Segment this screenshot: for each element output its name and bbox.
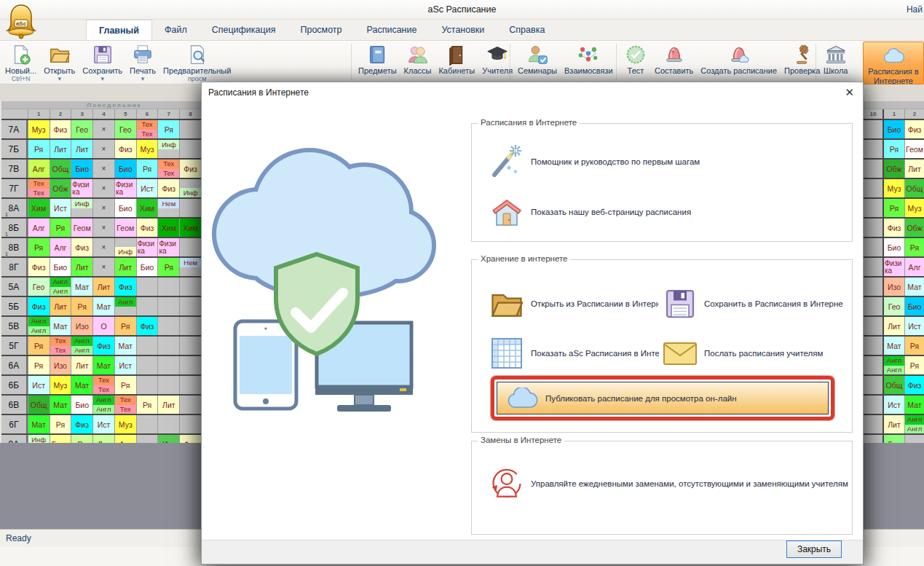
timetable-cell[interactable]: Гео	[882, 435, 904, 443]
timetable-cell[interactable]	[179, 317, 201, 335]
timetable-cell[interactable]: Био	[114, 199, 136, 217]
timetable-cell[interactable]	[864, 337, 882, 355]
timetable-cell[interactable]: Био	[114, 160, 136, 178]
open-button[interactable]: Открыть▾	[40, 42, 79, 84]
timetable-cell[interactable]	[864, 140, 882, 158]
timetable-cell[interactable]	[157, 337, 179, 355]
timetable-cell[interactable]: Изо	[882, 278, 904, 296]
timetable-cell[interactable]: Инф	[71, 199, 92, 217]
seminars-button[interactable]: Семинары	[514, 42, 561, 84]
timetable-cell[interactable]: Лит	[904, 160, 924, 178]
timetable-cell[interactable]: Ря	[114, 376, 136, 394]
timetable-cell[interactable]: Лит	[50, 297, 71, 315]
timetable-cell[interactable]: Хим	[157, 219, 179, 237]
timetable-cell[interactable]	[157, 297, 179, 315]
timetable-cell[interactable]: АнглАнгл	[904, 415, 924, 433]
classrooms-button[interactable]: Кабинеты	[435, 42, 478, 84]
timetable-cell[interactable]: Био	[71, 396, 92, 414]
timetable-cell[interactable]: ТехТех	[136, 120, 158, 138]
timetable-cell[interactable]	[179, 376, 201, 394]
timetable-cell[interactable]: Обж	[50, 179, 71, 197]
timetable-cell[interactable]: Физ	[136, 317, 158, 335]
timetable-cell[interactable]: Физика	[71, 179, 92, 197]
timetable-cell[interactable]: Физ	[114, 278, 136, 296]
timetable-cell[interactable]: Био	[136, 258, 158, 276]
timetable-cell[interactable]: Ист	[114, 356, 136, 374]
open-from-internet-item[interactable]: Открыть из Расписании в Интерне	[489, 286, 659, 321]
timetable-cell[interactable]: Ря	[136, 160, 158, 178]
timetable-cell[interactable]: Мат	[114, 337, 136, 355]
timetable-cell[interactable]	[864, 396, 882, 414]
row-label[interactable]: 6В	[1, 396, 28, 414]
timetable-cell[interactable]: Мат	[92, 356, 114, 374]
timetable-cell[interactable]: Мат	[50, 396, 71, 414]
row-label[interactable]: 9А	[1, 435, 28, 443]
row-label[interactable]: 7А	[1, 120, 28, 138]
row-label[interactable]: 6Б	[1, 376, 28, 394]
timetable-cell[interactable]: Алг	[28, 160, 50, 178]
create-schedule-button[interactable]: Создать расписание	[697, 42, 781, 84]
timetable-cell[interactable]: Изо	[71, 317, 92, 335]
timetable-cell[interactable]: Лит	[882, 317, 904, 335]
app-bell-icon[interactable]: aSc	[4, 2, 38, 39]
timetable-cell[interactable]: Мат	[92, 297, 114, 315]
timetable-cell[interactable]: Мат	[28, 415, 50, 433]
timetable-cell[interactable]: Мат	[50, 317, 71, 335]
timetable-cell[interactable]	[136, 278, 158, 296]
timetable-cell[interactable]: Мат	[71, 376, 92, 394]
timetable-cell[interactable]: АнглАнгл	[71, 337, 92, 355]
timetable-cell[interactable]: Ист	[92, 415, 114, 433]
row-label[interactable]: 7В	[1, 160, 28, 178]
timetable-cell[interactable]: Хим	[28, 199, 50, 217]
timetable-cell[interactable]: Физ	[71, 415, 92, 433]
timetable-cell[interactable]: Ист	[50, 199, 71, 217]
timetable-cell[interactable]	[136, 297, 158, 315]
timetable-cell[interactable]: Обж	[882, 160, 904, 178]
row-label[interactable]: 8Б1	[1, 219, 28, 237]
timetable-cell[interactable]: Муз	[28, 120, 50, 138]
timetable-cell[interactable]: Физ	[114, 140, 136, 158]
timetable-cell[interactable]	[136, 337, 158, 355]
timetable-cell[interactable]: Гео	[114, 120, 136, 138]
links-button[interactable]: Взаимосвязи	[561, 42, 617, 84]
timetable-cell[interactable]: Физ	[157, 179, 179, 197]
timetable-cell[interactable]: Ря	[157, 120, 179, 138]
timetable-cell[interactable]: Ря	[50, 219, 71, 237]
timetable-cell[interactable]: Физ	[28, 297, 50, 315]
row-label[interactable]: 5А	[1, 278, 28, 296]
timetable-cell[interactable]: Ря	[50, 415, 71, 433]
timetable-cell[interactable]: Муз	[50, 376, 71, 394]
timetable-cell[interactable]: Био	[882, 238, 904, 256]
timetable-cell[interactable]: Лит	[71, 258, 92, 276]
find-link[interactable]: Най	[907, 4, 923, 15]
timetable-cell[interactable]	[136, 435, 158, 443]
timetable-cell[interactable]: Ря	[28, 140, 50, 158]
timetable-cell[interactable]: Ря	[904, 238, 924, 256]
timetable-cell[interactable]: Обж	[904, 219, 924, 237]
compose-button[interactable]: Составить	[651, 42, 697, 84]
school-button[interactable]: Школа	[820, 42, 851, 84]
timetable-cell[interactable]: Общ	[882, 376, 904, 394]
timetable-cell[interactable]	[864, 317, 882, 335]
timetable-cell[interactable]: Мат	[882, 337, 904, 355]
timetable-cell[interactable]: ×	[92, 160, 114, 178]
row-label[interactable]: 7Г	[1, 179, 28, 197]
timetable-cell[interactable]: Мат	[904, 278, 924, 296]
timetable-cell[interactable]: Физика	[882, 258, 904, 276]
timetable-cell[interactable]: Ря	[157, 258, 179, 276]
timetable-cell[interactable]: Нем	[157, 199, 179, 217]
save-to-internet-item[interactable]: Сохранить в Расписания в Интерне	[663, 286, 843, 321]
timetable-cell[interactable]: Ря	[71, 435, 92, 443]
timetable-cell[interactable]: Ист	[136, 179, 158, 197]
timetable-cell[interactable]: Ист	[904, 317, 924, 335]
row-label[interactable]: 6А	[1, 356, 28, 374]
row-label[interactable]: 8В1	[1, 238, 28, 256]
timetable-cell[interactable]	[157, 317, 179, 335]
save-button[interactable]: Сохранить▾	[79, 42, 126, 84]
row-label[interactable]: 5Г	[1, 337, 28, 355]
timetable-cell[interactable]: Муз	[136, 140, 158, 158]
timetable-cell[interactable]: Ря	[114, 317, 136, 335]
timetable-cell[interactable]: Ря	[28, 356, 50, 374]
timetable-cell[interactable]: Алг	[114, 435, 136, 443]
timetable-cell[interactable]: Физ	[71, 238, 92, 256]
